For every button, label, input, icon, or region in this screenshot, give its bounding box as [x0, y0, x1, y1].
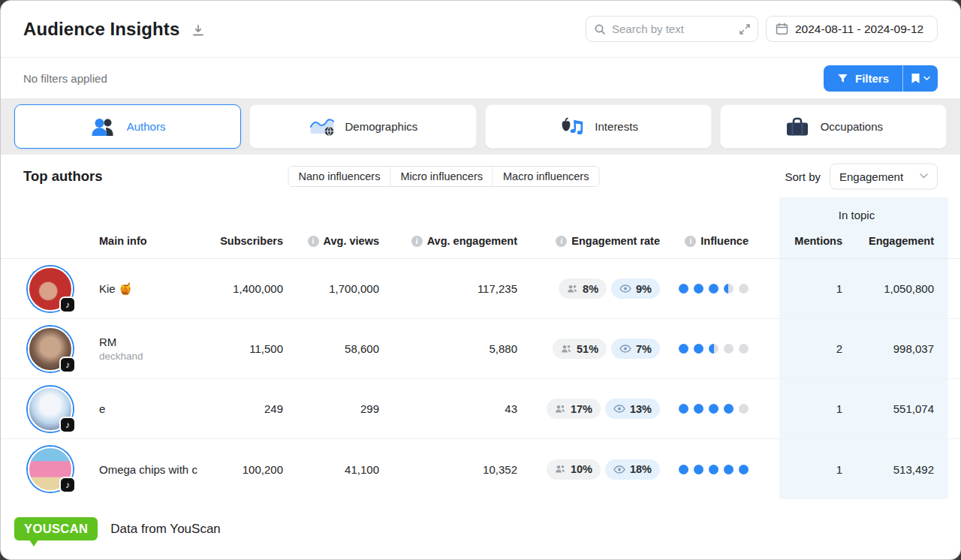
- topic-engagement-value: 551,074: [842, 402, 948, 415]
- filters-status: No filters applied: [23, 72, 107, 85]
- influence-dot: [724, 404, 734, 414]
- influence-dot: [679, 344, 688, 354]
- influence-dot: [694, 284, 703, 294]
- col-mentions: Mentions: [779, 235, 842, 258]
- author-row[interactable]: ♪ e 249 299 43 17% 13% 1 551,074: [1, 379, 960, 439]
- influence-dot: [694, 404, 703, 414]
- views-rate-badge: 9%: [611, 278, 660, 299]
- eye-icon: [619, 345, 631, 353]
- eye-icon: [619, 285, 631, 293]
- avatar[interactable]: ♪: [28, 447, 73, 492]
- influence-dots: [660, 284, 749, 294]
- tab-occupations-label: Occupations: [821, 120, 883, 133]
- col-avg-engagement: iAvg. engagement: [379, 235, 517, 258]
- info-icon[interactable]: i: [308, 236, 319, 247]
- calendar-icon: [776, 23, 788, 35]
- subscribers-value: 1,400,000: [223, 282, 283, 295]
- author-row[interactable]: ♪ RMdeckhand 11,500 58,600 5,880 51% 7% …: [1, 319, 960, 379]
- sort-value: Engagement: [839, 170, 903, 182]
- table-header-row: Main info Subscribers iAvg. views iAvg. …: [1, 197, 960, 259]
- views-rate-badge: 7%: [611, 339, 660, 359]
- tab-interests[interactable]: Interests: [485, 104, 712, 149]
- author-name: Kie 🍯: [99, 282, 223, 296]
- search-icon: [594, 23, 606, 35]
- avg-engagement-value: 10,352: [379, 463, 517, 476]
- influence-dot: [724, 465, 734, 474]
- members-icon: [555, 465, 566, 474]
- col-influence: iInfluence: [660, 235, 749, 258]
- filters-button[interactable]: Filters: [824, 65, 902, 92]
- page-title: Audience Insights: [23, 19, 179, 40]
- date-range-picker[interactable]: 2024-08-11 - 2024-09-12: [766, 16, 938, 42]
- tab-interests-label: Interests: [595, 120, 638, 133]
- influence-dot: [709, 465, 718, 474]
- col-subscribers: Subscribers: [223, 235, 283, 258]
- top-authors-table: In topic Main info Subscribers iAvg. vie…: [1, 197, 960, 499]
- author-name: e: [99, 402, 223, 415]
- author-row[interactable]: ♪ Omega chips with c 100,200 41,100 10,3…: [1, 439, 960, 499]
- occupations-icon: [784, 116, 811, 137]
- tab-demographics-label: Demographics: [345, 120, 418, 133]
- download-icon[interactable]: [191, 24, 205, 38]
- influence-dots: [660, 344, 749, 354]
- influence-dot: [679, 465, 688, 474]
- influence-dot: [739, 344, 749, 354]
- avatar[interactable]: ♪: [28, 327, 73, 372]
- tab-demographics[interactable]: Demographics: [249, 104, 476, 149]
- info-icon[interactable]: i: [556, 236, 567, 247]
- funnel-icon: [837, 73, 848, 84]
- avg-engagement-value: 5,880: [379, 342, 517, 355]
- segment-nano-influencers[interactable]: Nano influencers: [289, 167, 391, 186]
- top-bar: Audience Insights 2024-08-11 - 2024-09-1…: [1, 1, 960, 58]
- avg-views-value: 1,700,000: [283, 282, 379, 295]
- members-rate-badge: 10%: [547, 459, 601, 480]
- tab-authors[interactable]: Authors: [14, 104, 241, 149]
- author-subtitle: deckhand: [99, 351, 223, 362]
- mentions-value: 1: [779, 463, 842, 476]
- members-icon: [567, 285, 578, 294]
- expand-icon[interactable]: [740, 24, 750, 35]
- col-main-info: Main info: [88, 235, 223, 258]
- tab-strip: Authors Demographics Interests: [1, 98, 960, 155]
- segment-micro-influencers[interactable]: Micro influencers: [390, 167, 493, 186]
- author-name: Omega chips with c: [99, 463, 223, 476]
- avatar[interactable]: ♪: [28, 266, 73, 312]
- sort-select[interactable]: Engagement: [830, 163, 938, 189]
- avg-engagement-value: 43: [379, 402, 517, 415]
- col-engagement: Engagement: [842, 235, 948, 258]
- avatar[interactable]: ♪: [28, 387, 73, 432]
- subscribers-value: 100,200: [223, 463, 283, 476]
- influence-dot: [739, 404, 749, 414]
- filter-bar: No filters applied Filters: [1, 58, 960, 98]
- author-row[interactable]: ♪ Kie 🍯 1,400,000 1,700,000 117,235 8% 9…: [1, 259, 960, 319]
- chevron-down-icon: [920, 173, 928, 179]
- topic-engagement-value: 998,037: [842, 342, 948, 355]
- tiktok-icon: ♪: [59, 477, 76, 493]
- influence-dots: [660, 465, 749, 474]
- search-input[interactable]: [612, 23, 734, 35]
- subscribers-value: 249: [223, 402, 283, 415]
- avg-views-value: 58,600: [283, 342, 379, 355]
- tab-occupations[interactable]: Occupations: [720, 104, 947, 149]
- info-icon[interactable]: i: [685, 236, 696, 247]
- top-authors-header: Top authors Nano influencers Micro influ…: [1, 155, 960, 197]
- saved-filters-button[interactable]: [902, 65, 938, 92]
- influence-dot: [709, 344, 718, 354]
- influence-dot: [709, 404, 718, 414]
- info-icon[interactable]: i: [411, 236, 423, 247]
- bookmark-icon: [911, 73, 920, 84]
- members-rate-badge: 8%: [559, 278, 607, 299]
- mentions-value: 1: [779, 282, 842, 295]
- demographics-icon: [309, 116, 336, 137]
- topic-engagement-value: 1,050,800: [842, 282, 948, 295]
- mentions-value: 2: [779, 342, 842, 355]
- influence-dot: [694, 344, 703, 354]
- influence-dot: [679, 284, 688, 294]
- author-name: RM: [99, 336, 223, 348]
- audience-insights-app: Audience Insights 2024-08-11 - 2024-09-1…: [0, 0, 961, 560]
- segment-macro-influencers[interactable]: Macro influencers: [493, 167, 598, 186]
- mentions-value: 1: [779, 402, 842, 415]
- footer-attribution: Data from YouScan: [110, 522, 220, 537]
- influencer-segments: Nano influencers Micro influencers Macro…: [288, 166, 600, 187]
- influence-dot: [679, 404, 688, 414]
